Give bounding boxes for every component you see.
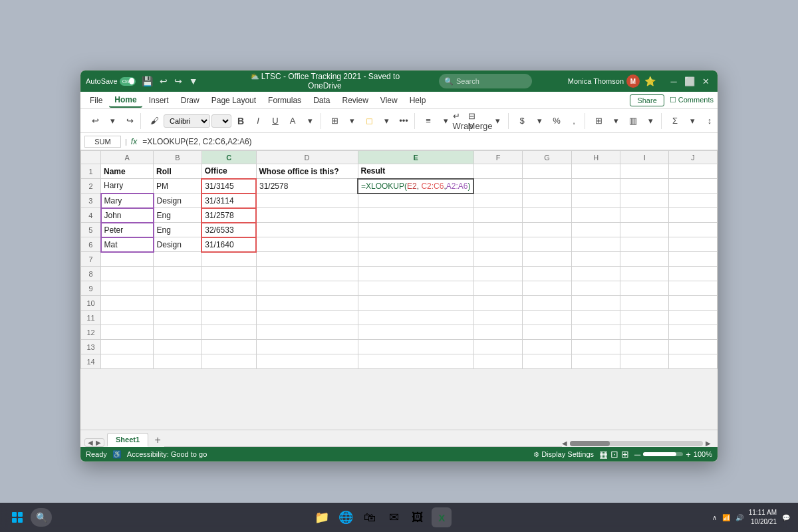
cell-f6[interactable] <box>473 237 522 252</box>
col-header-d[interactable]: D <box>256 151 358 164</box>
cell-c1[interactable]: Office <box>201 164 256 179</box>
redo-button[interactable]: ↪ <box>122 113 138 129</box>
align-left-button[interactable]: ≡ <box>420 113 436 129</box>
borders-dropdown[interactable]: ▾ <box>344 113 360 129</box>
cell-f5[interactable] <box>473 223 522 237</box>
taskbar-photos-icon[interactable]: 🖼 <box>408 507 428 527</box>
cell-h2[interactable] <box>571 179 620 194</box>
cell-b2[interactable]: PM <box>154 179 202 194</box>
scroll-left-icon[interactable]: ◀ <box>562 440 567 447</box>
number-dropdown[interactable]: ▾ <box>531 113 547 129</box>
taskbar-search-button[interactable]: 🔍 <box>31 508 52 527</box>
italic-button[interactable]: I <box>250 113 266 129</box>
cell-d2[interactable]: 31/2578 <box>256 179 358 194</box>
cell-e5[interactable] <box>358 223 473 237</box>
cell-g6[interactable] <box>523 237 572 252</box>
cell-h5[interactable] <box>571 223 620 237</box>
user-avatar[interactable]: M <box>626 74 640 88</box>
prev-sheet[interactable]: ◀ <box>88 439 93 446</box>
display-settings[interactable]: ⚙ Display Settings <box>533 450 594 458</box>
share-button[interactable]: Share <box>630 94 664 106</box>
zoom-out-button[interactable]: ─ <box>634 450 640 460</box>
sum-button[interactable]: Σ <box>667 113 683 129</box>
cell-j6[interactable] <box>668 237 717 252</box>
sheet-nav[interactable]: ◀ ▶ <box>84 438 104 447</box>
cell-i4[interactable] <box>620 208 668 223</box>
col-header-f[interactable]: F <box>473 151 522 164</box>
taskbar-datetime[interactable]: 11:11 AM 10/20/21 <box>749 508 777 527</box>
cell-reference-input[interactable] <box>84 136 121 148</box>
page-layout-button[interactable]: ⊞ <box>621 449 629 460</box>
cell-e4[interactable] <box>358 208 473 223</box>
col-header-b[interactable]: B <box>154 151 202 164</box>
menu-formulas[interactable]: Formulas <box>263 94 307 107</box>
scroll-right-icon[interactable]: ▶ <box>706 440 711 447</box>
cell-f2[interactable] <box>473 179 522 194</box>
cell-b5[interactable]: Eng <box>154 223 202 237</box>
cell-e3[interactable] <box>358 194 473 208</box>
more-button[interactable]: ••• <box>396 113 412 129</box>
notifications-icon[interactable]: 💬 <box>782 514 790 521</box>
cell-d6[interactable] <box>256 237 358 252</box>
horizontal-scrollbar[interactable] <box>570 441 703 446</box>
cell-b6[interactable]: Design <box>154 237 202 252</box>
redo-icon[interactable]: ↪ <box>172 74 184 88</box>
cell-a3[interactable]: Mary <box>101 194 154 208</box>
menu-data[interactable]: Data <box>308 94 335 107</box>
search-bar[interactable]: 🔍 Search <box>439 74 532 88</box>
col-header-h[interactable]: H <box>571 151 620 164</box>
cell-j4[interactable] <box>668 208 717 223</box>
format-table-dropdown[interactable]: ▾ <box>608 113 624 129</box>
borders-button[interactable]: ⊞ <box>327 113 342 129</box>
volume-icon[interactable]: 🔊 <box>735 514 743 521</box>
col-header-c[interactable]: C <box>201 151 256 164</box>
cell-g5[interactable] <box>523 223 572 237</box>
col-header-j[interactable]: J <box>668 151 717 164</box>
taskbar-mail-icon[interactable]: ✉ <box>384 507 404 527</box>
cell-g1[interactable] <box>523 164 572 179</box>
font-selector[interactable]: Calibri <box>164 114 210 128</box>
cell-f3[interactable] <box>473 194 522 208</box>
font-color-dropdown[interactable]: ▾ <box>302 113 318 129</box>
cell-c3[interactable]: 31/3114 <box>201 194 256 208</box>
taskbar-chevron-icon[interactable]: ∧ <box>712 514 717 521</box>
cell-e1[interactable]: Result <box>358 164 473 179</box>
cell-c2[interactable]: 31/3145 <box>201 179 256 194</box>
cell-c4[interactable]: 31/2578 <box>201 208 256 223</box>
cell-j5[interactable] <box>668 223 717 237</box>
font-size-selector[interactable]: 11 <box>211 114 231 128</box>
cell-i3[interactable] <box>620 194 668 208</box>
cell-b4[interactable]: Eng <box>154 208 202 223</box>
cell-j2[interactable] <box>668 179 717 194</box>
format-table-button[interactable]: ⊞ <box>591 113 606 129</box>
menu-insert[interactable]: Insert <box>144 94 174 107</box>
format-painter[interactable]: 🖌 <box>146 113 162 129</box>
underline-button[interactable]: U <box>267 113 283 129</box>
cell-d3[interactable] <box>256 194 358 208</box>
cell-h3[interactable] <box>571 194 620 208</box>
start-button[interactable] <box>8 508 27 527</box>
save-icon[interactable]: 💾 <box>140 74 155 88</box>
cell-i5[interactable] <box>620 223 668 237</box>
number-format-button[interactable]: $ <box>514 113 530 129</box>
grid-container[interactable]: A B C D E F G H I J 1 <box>80 150 718 430</box>
menu-help[interactable]: Help <box>404 94 432 107</box>
menu-review[interactable]: Review <box>336 94 373 107</box>
menu-page-layout[interactable]: Page Layout <box>206 94 261 107</box>
customize-icon[interactable]: ▼ <box>187 74 200 88</box>
close-button[interactable]: ✕ <box>699 76 712 86</box>
cell-j3[interactable] <box>668 194 717 208</box>
taskbar-excel-icon[interactable]: X <box>432 507 452 527</box>
zoom-in-button[interactable]: + <box>686 450 691 460</box>
cell-b3[interactable]: Design <box>154 194 202 208</box>
cell-a4[interactable]: John <box>101 208 154 223</box>
cell-styles-dropdown[interactable]: ▾ <box>642 113 658 129</box>
cell-a2[interactable]: Harry <box>101 179 154 194</box>
cell-d4[interactable] <box>256 208 358 223</box>
undo-icon[interactable]: ↩ <box>158 74 170 88</box>
cell-e6[interactable] <box>358 237 473 252</box>
cell-h4[interactable] <box>571 208 620 223</box>
sort-button[interactable]: ↕ <box>702 113 718 129</box>
minimize-button[interactable]: ─ <box>667 76 680 86</box>
next-sheet[interactable]: ▶ <box>96 439 101 446</box>
